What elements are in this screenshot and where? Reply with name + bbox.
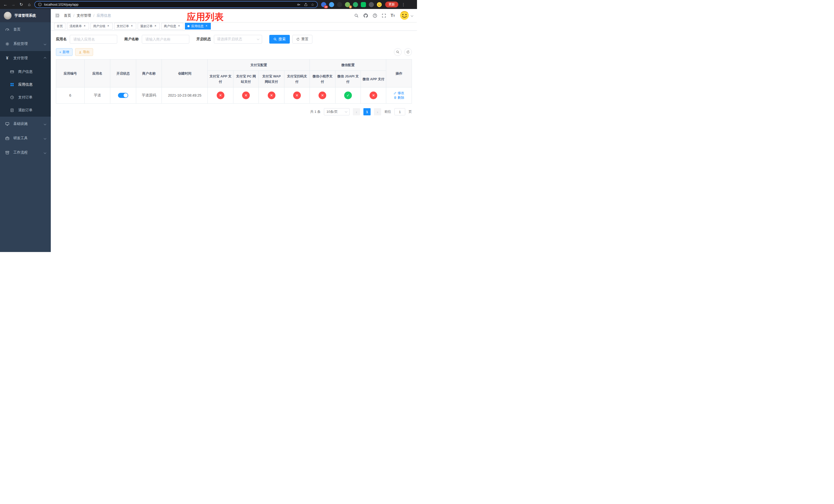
share-icon[interactable] (304, 3, 308, 6)
page-size-value: 10条/页 (327, 110, 338, 114)
sidebar-item-payment[interactable]: ¥ 支付管理 (0, 51, 51, 65)
tab-app-info[interactable]: 应用信息× (185, 23, 211, 29)
tab-merchant-info[interactable]: 商户信息× (161, 23, 183, 29)
sidebar-item-workflow[interactable]: 工作流程 (0, 145, 51, 160)
next-page-button[interactable]: › (374, 108, 381, 115)
user-menu[interactable] (399, 10, 413, 21)
page-content: 应用名 商户名称 开启状态 请选择开启状态 搜索 (51, 30, 417, 252)
status-toggle[interactable] (118, 93, 128, 98)
profile-avatar-icon[interactable] (377, 2, 382, 7)
browser-back-icon[interactable]: ← (3, 2, 8, 7)
sidebar-item-system[interactable]: 系统管理 (0, 37, 51, 51)
extension-icon-1[interactable]: 10 (321, 2, 326, 7)
refresh-button[interactable] (404, 48, 412, 56)
extension-icon-2[interactable] (329, 2, 334, 7)
export-button[interactable]: 导出 (75, 48, 93, 56)
close-icon[interactable]: × (177, 24, 181, 28)
search-button[interactable]: 搜索 (269, 35, 290, 44)
extension-icon-7[interactable] (369, 2, 374, 7)
tab-user-group[interactable]: 用户分组× (90, 23, 113, 29)
tab-label: 流程表单 (69, 24, 82, 28)
sidebar-toggle-icon[interactable] (55, 13, 60, 18)
add-button[interactable]: + 新增 (56, 48, 72, 56)
browser-menu-icon[interactable]: ⋮ (401, 2, 406, 7)
breadcrumb-home[interactable]: 首页 (64, 13, 71, 18)
menu-label: 退款订单 (18, 108, 32, 113)
status-select[interactable]: 请选择开启状态 (214, 35, 262, 44)
breadcrumb-separator: / (73, 14, 74, 18)
site-info-icon[interactable] (38, 3, 42, 6)
tab-label: 应用信息 (191, 24, 204, 28)
close-icon[interactable]: × (83, 24, 86, 28)
delete-button[interactable]: 删除 (394, 95, 404, 100)
close-icon[interactable]: × (205, 24, 208, 28)
cell-config-alipay-pc (233, 87, 259, 104)
config-status-badge (370, 92, 377, 99)
search-icon[interactable] (354, 13, 359, 18)
tab-home[interactable]: 首页 (54, 23, 65, 29)
password-key-icon[interactable] (297, 3, 301, 7)
sidebar-item-home[interactable]: 首页 (0, 22, 51, 37)
sidebar-item-merchant-info[interactable]: 商户信息 (0, 65, 51, 78)
tab-process-form[interactable]: 流程表单× (67, 23, 89, 29)
chevron-up-icon (44, 57, 46, 60)
column-header-wechat-mini: 微信小程序支付 (310, 71, 335, 87)
cell-config-alipay-wap (259, 87, 284, 104)
sidebar-item-app-info[interactable]: 应用信息 (0, 78, 51, 91)
extension-icon-3[interactable] (337, 2, 342, 7)
menu-label: 应用信息 (18, 82, 32, 87)
sidebar-item-payment-orders[interactable]: 支付订单 (0, 91, 51, 104)
merchant-name-input[interactable] (142, 35, 189, 44)
menu-label: 工作流程 (13, 150, 28, 155)
reset-button[interactable]: 重置 (292, 35, 312, 44)
sidebar-item-refund-orders[interactable]: 退款订单 (0, 104, 51, 117)
bookmark-star-icon[interactable]: ☆ (311, 3, 314, 7)
status-select-placeholder: 请选择开启状态 (217, 37, 242, 42)
github-icon[interactable] (363, 13, 368, 18)
font-size-icon[interactable]: TT (391, 13, 395, 18)
config-status-badge (293, 92, 301, 99)
page-size-select[interactable]: 10条/页 (324, 108, 350, 115)
fullscreen-icon[interactable] (381, 13, 386, 18)
prev-page-button[interactable]: ‹ (353, 108, 360, 115)
sidebar: 芋道管理系统 首页 系统管理 ¥ 支付管理 (0, 9, 51, 252)
address-bar[interactable]: localhost:1024/pay/app ☆ (35, 1, 318, 8)
tab-refund-orders[interactable]: 退款订单× (138, 23, 160, 29)
column-group-alipay: 支付宝配置 (208, 60, 310, 71)
sidebar-item-infrastructure[interactable]: 基础设施 (0, 117, 51, 131)
sidebar-menu: 首页 系统管理 ¥ 支付管理 商户信息 (0, 22, 51, 160)
app-logo[interactable]: 芋道管理系统 (0, 9, 51, 22)
help-icon[interactable] (373, 13, 377, 18)
browser-forward-icon[interactable]: → (10, 2, 16, 7)
breadcrumb-separator: / (93, 14, 94, 18)
app-name-input[interactable] (70, 35, 117, 44)
browser-update-button[interactable]: 更新 (385, 2, 398, 7)
breadcrumb-payment[interactable]: 支付管理 (77, 13, 91, 18)
toggle-search-button[interactable] (394, 48, 402, 56)
close-icon[interactable]: × (130, 24, 134, 28)
close-icon[interactable]: × (154, 24, 157, 28)
tab-label: 支付订单 (117, 24, 129, 28)
menu-label: 基础设施 (13, 121, 28, 126)
column-header-id: 应用编号 (56, 60, 85, 87)
browser-chrome: ← → ↻ ⌂ localhost:1024/pay/app ☆ 10 1 更新… (0, 0, 417, 9)
browser-reload-icon[interactable]: ↻ (19, 2, 24, 7)
trash-icon (394, 96, 397, 99)
pagination: 共 1 条 10条/页 ‹ 1 › 前往 页 (56, 108, 412, 115)
edit-button[interactable]: 修改 (394, 91, 404, 95)
extensions-tray: 10 1 (320, 2, 383, 7)
extension-icon-4[interactable]: 1 (345, 2, 350, 7)
goto-label: 前往 (385, 110, 391, 114)
extension-icon-6[interactable] (361, 2, 366, 7)
extension-icon-5[interactable] (353, 2, 358, 7)
tab-payment-orders[interactable]: 支付订单× (114, 23, 136, 29)
close-icon[interactable]: × (106, 24, 110, 28)
browser-home-icon[interactable]: ⌂ (26, 2, 32, 7)
goto-page-input[interactable] (394, 108, 405, 115)
sidebar-item-devtools[interactable]: 研发工具 (0, 131, 51, 145)
config-status-badge (268, 92, 276, 99)
payment-submenu: 商户信息 应用信息 支付订单 (0, 65, 51, 117)
page-1-button[interactable]: 1 (364, 108, 371, 115)
cell-config-alipay-app (208, 87, 233, 104)
column-header-alipay-app: 支付宝 APP 支付 (208, 71, 233, 87)
